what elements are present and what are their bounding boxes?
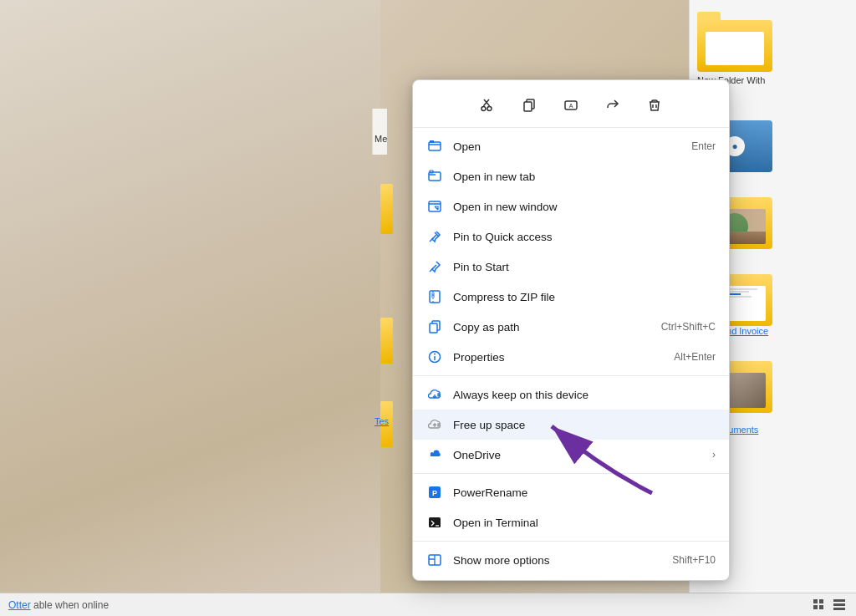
view-detail-button[interactable] xyxy=(831,598,848,612)
rename-button[interactable]: A xyxy=(558,92,584,119)
menu-label-open-window: Open in new window xyxy=(453,201,716,213)
onedrive-arrow: › xyxy=(712,449,716,461)
copy-path-icon xyxy=(426,318,443,335)
shortcut-copy-path: Ctrl+Shift+C xyxy=(661,321,716,333)
open-tab-icon xyxy=(426,168,443,185)
menu-label-properties: Properties xyxy=(453,351,667,364)
rename-icon: A xyxy=(564,99,578,112)
folder-edge-2 xyxy=(380,318,393,364)
separator-3 xyxy=(413,541,729,542)
status-bar-right xyxy=(811,598,848,612)
menu-item-show-more[interactable]: Show more options Shift+F10 xyxy=(413,545,729,575)
shortcut-properties: Alt+Enter xyxy=(674,351,716,363)
svg-rect-13 xyxy=(430,140,434,143)
share-button[interactable] xyxy=(599,92,626,119)
cut-icon xyxy=(481,99,494,112)
shortcut-show-more: Shift+F10 xyxy=(672,554,716,566)
share-icon xyxy=(606,99,619,112)
menu-label-open-tab: Open in new tab xyxy=(453,171,716,183)
copy-button[interactable] xyxy=(516,92,543,119)
powerrename-icon: P xyxy=(426,484,443,501)
menu-item-open[interactable]: Open Enter xyxy=(413,131,729,161)
copy-icon xyxy=(522,99,536,112)
view-list-button[interactable] xyxy=(811,598,828,612)
svg-rect-38 xyxy=(833,603,845,606)
partial-text-me: Me xyxy=(374,134,400,144)
cloud-up-icon xyxy=(426,416,443,433)
svg-rect-35 xyxy=(813,605,818,609)
svg-point-2 xyxy=(482,107,486,111)
menu-item-powerrename[interactable]: P PowerRename xyxy=(413,477,729,507)
menu-label-compress: Compress to ZIP file xyxy=(453,291,716,303)
menu-item-compress-zip[interactable]: Compress to ZIP file xyxy=(413,282,729,312)
menu-label-open: Open xyxy=(453,140,685,153)
svg-rect-37 xyxy=(833,599,845,602)
svg-rect-33 xyxy=(813,599,818,603)
shortcut-open: Enter xyxy=(691,140,716,152)
svg-point-26 xyxy=(434,354,436,355)
svg-line-4 xyxy=(484,105,485,107)
menu-item-onedrive[interactable]: OneDrive › xyxy=(413,440,729,470)
menu-label-free-space: Free up space xyxy=(453,419,716,431)
svg-text:P: P xyxy=(432,489,437,497)
svg-rect-23 xyxy=(430,323,437,333)
partial-text-tes: Tes xyxy=(374,416,389,426)
status-text: Otter able when online xyxy=(8,599,109,611)
menu-item-open-new-tab[interactable]: Open in new tab xyxy=(413,161,729,191)
delete-button[interactable] xyxy=(641,92,668,119)
context-menu-toolbar: A xyxy=(413,85,729,128)
svg-rect-7 xyxy=(524,102,532,111)
pin-start-icon xyxy=(426,258,443,275)
menu-item-copy-path[interactable]: Copy as path Ctrl+Shift+C xyxy=(413,312,729,342)
context-menu: A Open E xyxy=(412,79,730,581)
folder-edge-1 xyxy=(380,184,393,234)
more-options-icon xyxy=(426,552,443,568)
svg-line-5 xyxy=(489,105,490,107)
status-link-otter[interactable]: Otter xyxy=(8,599,31,611)
menu-label-copy-path: Copy as path xyxy=(453,321,655,333)
separator-1 xyxy=(413,375,729,376)
open-window-icon xyxy=(426,198,443,215)
left-panel: Me Tes xyxy=(0,0,380,616)
separator-2 xyxy=(413,473,729,474)
status-bar: Otter able when online xyxy=(0,593,856,616)
svg-rect-39 xyxy=(833,608,845,610)
svg-rect-12 xyxy=(429,142,441,150)
zip-icon xyxy=(426,288,443,305)
menu-item-keep-device[interactable]: Always keep on this device xyxy=(413,379,729,410)
menu-label-powerrename: PowerRename xyxy=(453,486,716,499)
onedrive-icon xyxy=(426,446,443,463)
delete-icon xyxy=(648,99,661,112)
pin-quick-icon xyxy=(426,228,443,245)
menu-item-free-space[interactable]: Free up space xyxy=(413,410,729,440)
svg-rect-34 xyxy=(819,599,823,603)
menu-item-terminal[interactable]: Open in Terminal xyxy=(413,507,729,537)
svg-text:A: A xyxy=(569,103,573,109)
cut-button[interactable] xyxy=(474,92,501,119)
svg-rect-36 xyxy=(819,605,823,609)
terminal-icon xyxy=(426,514,443,531)
properties-icon xyxy=(426,349,443,365)
status-text-content: able when online xyxy=(33,599,109,611)
cloud-down-icon xyxy=(426,386,443,403)
menu-item-properties[interactable]: Properties Alt+Enter xyxy=(413,342,729,372)
menu-label-keep-device: Always keep on this device xyxy=(453,389,716,401)
folder-icon-1 xyxy=(697,12,772,72)
open-icon xyxy=(426,138,443,155)
menu-label-pin-quick: Pin to Quick access xyxy=(453,231,716,243)
menu-label-show-more: Show more options xyxy=(453,554,665,567)
svg-point-3 xyxy=(487,107,492,111)
menu-item-open-new-window[interactable]: Open in new window xyxy=(413,191,729,221)
menu-label-pin-start: Pin to Start xyxy=(453,261,716,273)
menu-item-pin-start[interactable]: Pin to Start xyxy=(413,252,729,282)
menu-item-pin-quick[interactable]: Pin to Quick access xyxy=(413,221,729,252)
menu-label-terminal: Open in Terminal xyxy=(453,517,716,529)
menu-label-onedrive: OneDrive xyxy=(453,449,706,461)
panel-edge xyxy=(372,109,387,155)
